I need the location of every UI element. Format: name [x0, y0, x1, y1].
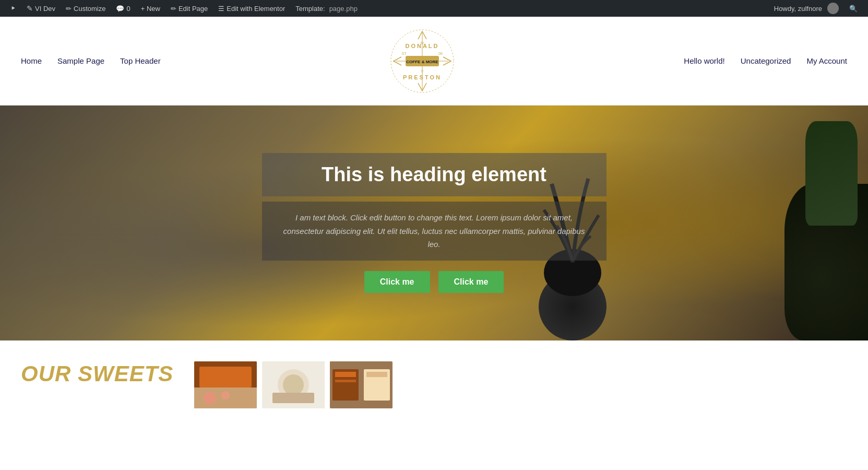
- svg-text:V: V: [421, 69, 424, 73]
- svg-rect-20: [272, 393, 314, 403]
- comments-icon: 💬: [116, 5, 124, 13]
- site-name-label: VI Dev: [35, 5, 55, 13]
- hero-heading: This is heading element: [283, 163, 586, 186]
- comments-link[interactable]: 💬 0: [111, 0, 135, 17]
- admin-bar: ‣ ✎ VI Dev ✏ Customize 💬 0 + New ✏ Edit …: [0, 0, 868, 17]
- customize-icon: ✏: [66, 5, 72, 13]
- hero-heading-box: This is heading element: [262, 153, 607, 196]
- edit-page-label: Edit Page: [179, 5, 208, 13]
- howdy-link[interactable]: Howdy, zulfnore: [769, 3, 844, 14]
- site-name-icon: ✎: [27, 4, 33, 13]
- nav-my-account[interactable]: My Account: [806, 56, 847, 65]
- svg-rect-26: [366, 372, 387, 377]
- customize-link[interactable]: ✏ Customize: [61, 0, 111, 17]
- wp-logo[interactable]: ‣: [5, 0, 21, 17]
- hero-text-box: I am text block. Click edit button to ch…: [262, 202, 607, 261]
- svg-rect-24: [335, 372, 356, 377]
- sweet-image-3: [330, 361, 393, 408]
- search-admin-icon: 🔍: [849, 5, 858, 13]
- our-sweets-title: OUR SWEETS: [21, 361, 173, 386]
- svg-point-19: [283, 374, 304, 395]
- svg-rect-16: [194, 387, 257, 408]
- svg-text:PRESTON: PRESTON: [403, 74, 442, 80]
- edit-page-icon: ✏: [171, 5, 176, 13]
- sweet-image-1: [194, 361, 257, 408]
- site-name-link[interactable]: ✎ VI Dev: [21, 0, 61, 17]
- site-logo[interactable]: COFFE & MORE DONALD PRESTON ST 06 M V: [386, 25, 459, 98]
- svg-text:06: 06: [438, 52, 443, 55]
- wp-icon: ‣: [10, 3, 16, 14]
- comments-count: 0: [126, 5, 130, 13]
- edit-elementor-link[interactable]: ☰ Edit with Elementor: [213, 0, 290, 17]
- nav-right: Hello world! Uncategorized My Account: [684, 56, 847, 65]
- nav-sample-page[interactable]: Sample Page: [57, 56, 104, 65]
- hero-content: This is heading element I am text block.…: [252, 153, 617, 293]
- avatar: [827, 3, 839, 14]
- below-hero-section: OUR SWEETS: [0, 340, 868, 414]
- new-link[interactable]: + New: [136, 0, 165, 17]
- sweets-images: [194, 361, 393, 408]
- search-admin-link[interactable]: 🔍: [844, 5, 863, 13]
- template-value: page.php: [329, 5, 358, 13]
- sweet-image-2: [262, 361, 325, 408]
- our-sweets-section: OUR SWEETS: [21, 361, 847, 408]
- hero-section: This is heading element I am text block.…: [0, 105, 868, 340]
- nav-left: Home Sample Page Top Header: [21, 56, 161, 65]
- svg-text:M: M: [421, 41, 424, 45]
- elementor-icon: ☰: [218, 5, 224, 13]
- edit-elementor-label: Edit with Elementor: [227, 5, 285, 13]
- svg-text:COFFE & MORE: COFFE & MORE: [406, 60, 438, 64]
- template-info: Template: page.php: [290, 0, 363, 17]
- howdy-label: Howdy, zulfnore: [774, 5, 822, 13]
- admin-bar-right: Howdy, zulfnore 🔍: [769, 3, 863, 14]
- svg-rect-25: [335, 380, 356, 382]
- nav-hello-world[interactable]: Hello world!: [684, 56, 724, 65]
- svg-rect-13: [199, 367, 252, 387]
- nav-top-header[interactable]: Top Header: [120, 56, 161, 65]
- hero-text: I am text block. Click edit button to ch…: [278, 211, 591, 251]
- top-nav: Home Sample Page Top Header COFFE & MORE…: [0, 17, 868, 105]
- hero-buttons: Click me Click me: [262, 271, 607, 293]
- click-me-button-2[interactable]: Click me: [438, 271, 504, 293]
- new-label: + New: [141, 5, 160, 13]
- template-label: Template:: [295, 5, 325, 13]
- click-me-button-1[interactable]: Click me: [364, 271, 430, 293]
- svg-text:ST: ST: [402, 52, 407, 55]
- edit-page-link[interactable]: ✏ Edit Page: [165, 0, 213, 17]
- nav-uncategorized[interactable]: Uncategorized: [741, 56, 791, 65]
- nav-home[interactable]: Home: [21, 56, 42, 65]
- customize-label: Customize: [74, 5, 105, 13]
